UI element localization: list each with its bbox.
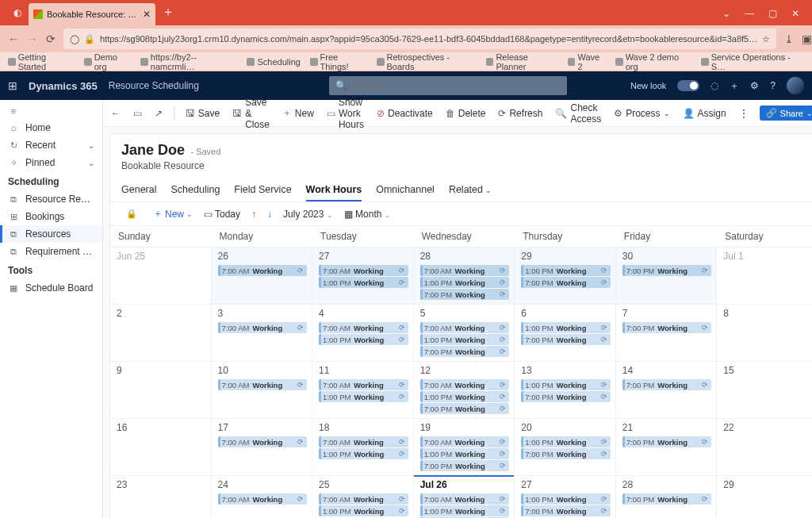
calendar-day[interactable]: 16 [110,419,212,476]
work-hours-event[interactable]: 1:00 PMWorking⟳ [420,277,510,288]
work-hours-event[interactable]: 1:00 PMWorking⟳ [420,448,510,459]
work-hours-event[interactable]: 7:00 PMWorking⟳ [622,265,712,276]
cmd-deactivate[interactable]: ⊘Deactivate [375,106,435,121]
calendar-day[interactable]: Jul 1 [717,247,812,305]
calendar-day[interactable]: 127:00 AMWorking⟳1:00 PMWorking⟳7:00 PMW… [414,362,515,419]
share-button[interactable]: 🔗 Share ⌄ [760,106,812,121]
work-hours-event[interactable]: 1:00 PMWorking⟳ [319,391,408,402]
cmd-save-close[interactable]: 🖫Save & Close [231,94,271,132]
nav-sched-item[interactable]: ⧉Requirement Groups [0,243,102,260]
work-hours-event[interactable]: 1:00 PMWorking⟳ [521,379,611,390]
cmd-assign[interactable]: 👤Assign [681,106,728,121]
calendar-day[interactable]: 107:00 AMWorking⟳ [212,362,313,419]
work-hours-event[interactable]: 7:00 AMWorking⟳ [420,436,510,447]
calendar-day[interactable]: 267:00 AMWorking⟳ [212,247,313,305]
cmd-refresh[interactable]: ⟳Refresh [496,106,544,121]
calendar-day[interactable]: 197:00 AMWorking⟳1:00 PMWorking⟳7:00 PMW… [414,419,515,476]
global-search[interactable]: 🔍 [329,76,567,95]
work-hours-event[interactable]: 7:00 AMWorking⟳ [319,436,408,447]
calendar-day[interactable]: Jun 25 [110,247,212,305]
add-icon[interactable]: ＋ [730,79,739,93]
nav-main-item[interactable]: ↻Recent⌄ [0,136,102,154]
tab-general[interactable]: General [121,179,156,201]
work-hours-event[interactable]: 7:00 PMWorking⟳ [622,322,712,333]
calendar-day[interactable]: 247:00 AMWorking⟳ [212,476,313,518]
work-hours-event[interactable]: 7:00 AMWorking⟳ [319,265,408,276]
work-hours-event[interactable]: 1:00 PMWorking⟳ [319,448,408,459]
address-bar[interactable]: ◯ 🔒 https://sg908tp1july23org1.crm10.dyn… [63,29,776,49]
work-hours-event[interactable]: 7:00 PMWorking⟳ [521,334,611,345]
cmd-save[interactable]: 🖫Save [184,106,221,121]
work-hours-event[interactable]: 7:00 AMWorking⟳ [420,379,510,390]
calendar-day[interactable]: 29 [717,476,812,518]
nav-reload-icon[interactable]: ⟳ [46,33,56,45]
nav-back-icon[interactable]: ← [8,33,19,45]
work-hours-event[interactable]: 7:00 PMWorking⟳ [622,436,712,447]
calendar-day[interactable]: 77:00 PMWorking⟳ [616,305,718,362]
work-hours-event[interactable]: 1:00 PMWorking⟳ [319,334,408,345]
tab-related[interactable]: Related ⌄ [449,179,492,201]
calendar-day[interactable]: 131:00 PMWorking⟳7:00 PMWorking⟳ [515,362,616,419]
bookmark-item[interactable]: Getting Started [8,52,75,71]
nav-sched-item[interactable]: ⧉Resources [0,225,102,243]
work-hours-event[interactable]: 1:00 PMWorking⟳ [420,505,510,516]
work-hours-event[interactable]: 1:00 PMWorking⟳ [521,265,611,276]
work-hours-event[interactable]: 7:00 PMWorking⟳ [622,379,712,390]
view-picker[interactable]: ▦ Month ⌄ [344,209,391,220]
calendar-day[interactable]: 22 [717,419,812,476]
settings-icon[interactable]: ⚙ [750,80,759,91]
nav-forward-icon[interactable]: → [27,33,38,45]
back-button[interactable]: ← [109,106,122,121]
calendar-day[interactable]: 37:00 AMWorking⟳ [212,305,313,362]
next-period-button[interactable]: ↓ [267,209,272,220]
work-hours-event[interactable]: 7:00 PMWorking⟳ [420,403,510,414]
calendar-day[interactable]: 177:00 AMWorking⟳ [212,419,313,476]
nav-sched-item[interactable]: ⊞Bookings [0,208,102,225]
calendar-day[interactable]: 8 [717,305,812,362]
work-hours-event[interactable]: 1:00 PMWorking⟳ [420,391,510,402]
search-input[interactable] [352,79,561,92]
calendar-day[interactable]: 271:00 PMWorking⟳7:00 PMWorking⟳ [515,476,616,518]
work-hours-event[interactable]: 1:00 PMWorking⟳ [521,436,611,447]
window-minimize-icon[interactable]: — [745,8,754,19]
cmd-process[interactable]: ⚙Process ⌄ [612,106,671,121]
bookmark-item[interactable]: Wave 2 [568,52,606,71]
calendar-day[interactable]: 23 [110,476,212,518]
work-hours-event[interactable]: 7:00 AMWorking⟳ [319,322,408,333]
work-hours-event[interactable]: 1:00 PMWorking⟳ [521,493,611,505]
work-hours-event[interactable]: 7:00 PMWorking⟳ [521,448,611,459]
window-maximize-icon[interactable]: ▢ [768,8,777,19]
browser-tab[interactable]: Bookable Resource: Information ✕ [29,3,155,25]
calendar-body[interactable]: Jun 25267:00 AMWorking⟳277:00 AMWorking⟳… [110,247,812,518]
work-hours-event[interactable]: 7:00 PMWorking⟳ [622,493,712,505]
work-hours-event[interactable]: 7:00 AMWorking⟳ [218,265,308,276]
bookmark-item[interactable]: Release Planner [486,52,558,71]
tab-scheduling[interactable]: Scheduling [170,179,220,201]
lightbulb-icon[interactable]: ◌ [710,80,718,91]
bookmark-item[interactable]: Wave 2 demo org [615,52,691,71]
window-chevron-icon[interactable]: ⌄ [722,8,730,19]
today-button[interactable]: ▭ Today [204,209,240,220]
work-hours-event[interactable]: 7:00 AMWorking⟳ [319,379,408,390]
popout-button[interactable]: ↗ [153,106,164,121]
work-hours-event[interactable]: 7:00 PMWorking⟳ [521,277,611,288]
downloads-icon[interactable]: ⤓ [784,33,794,45]
nav-sched-item[interactable]: ⧉Resource Requireme… [0,190,102,208]
bookmark-star-icon[interactable]: ☆ [762,34,770,44]
calendar-day[interactable]: 61:00 PMWorking⟳7:00 PMWorking⟳ [515,305,616,362]
form-selector[interactable]: ▭ [132,106,144,121]
nav-main-item[interactable]: ⌂Home [0,119,102,136]
work-hours-event[interactable]: 7:00 AMWorking⟳ [319,493,408,505]
nav-main-item[interactable]: ✧Pinned⌄ [0,154,102,171]
cmd-check-access[interactable]: 🔍Check Access [553,100,603,127]
calendar-day[interactable]: 9 [110,362,212,419]
work-hours-event[interactable]: 7:00 AMWorking⟳ [420,493,510,505]
bookmark-item[interactable]: Demo org [84,52,131,71]
app-launcher-icon[interactable]: ⊞ [8,79,17,92]
calendar-day[interactable]: 291:00 PMWorking⟳7:00 PMWorking⟳ [515,247,616,305]
tab-omnichannel[interactable]: Omnichannel [376,179,435,201]
calendar-day[interactable]: 307:00 PMWorking⟳ [616,247,718,305]
work-hours-event[interactable]: 7:00 AMWorking⟳ [218,322,308,333]
calendar-day[interactable]: 187:00 AMWorking⟳1:00 PMWorking⟳ [312,419,414,476]
calendar-day[interactable]: Jul 267:00 AMWorking⟳1:00 PMWorking⟳7:00… [414,476,515,518]
